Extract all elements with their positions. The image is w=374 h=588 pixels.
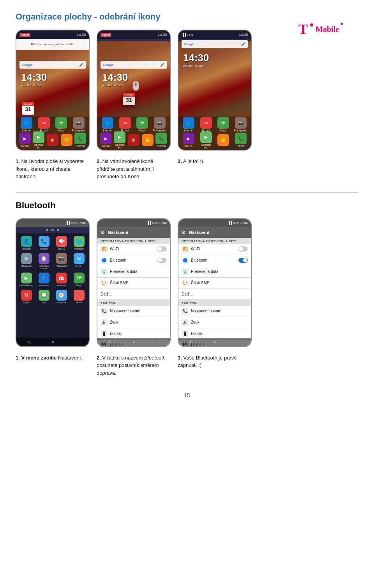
dock-2-trash: 🗑 [127, 134, 140, 146]
dock3-icon-smiley: 🙂 [217, 134, 229, 146]
google-search-1: Google 🎤 [19, 61, 86, 69]
bt-phone-2: ▐▐ 50% 14:09 ⚙ Nastavení BEZDRÁTOVÁ PŘIP… [97, 218, 171, 347]
nav-back-1[interactable]: ◁ [27, 340, 30, 344]
bt-dot-3 [57, 229, 59, 231]
dock-2-photo: 📷 Fotoaparát [153, 117, 166, 132]
app-icon-zpravy: 💬 [56, 236, 67, 247]
app-icon-kalendar: 📅 [56, 273, 67, 283]
bt-status-3: ▐▐ 50% 14:09 [178, 219, 251, 227]
dock-2-internet: 🌐 Internet [101, 117, 114, 132]
bluetooth-label-2: Bluetooth [110, 258, 157, 262]
calls-label-3: Nastavení hovorů [191, 309, 248, 313]
dock-icon-internet: 🌐 [21, 117, 32, 129]
settings-sound-2[interactable]: 🔊 Zvuk [97, 317, 170, 328]
dock-icon-phone: 📞 [74, 133, 86, 144]
app-nastaveni: ⚙ Nastavení [18, 252, 35, 271]
dock-label-maps: Mapy [58, 129, 65, 132]
bluetooth-toggle-3[interactable] [238, 258, 248, 263]
bt-bottom-nav-3: ◁ ○ □ [178, 338, 251, 346]
settings-header-title-3: Nastavení [189, 230, 209, 235]
dock2-label-shop: Obchod Pl. [113, 143, 126, 149]
display-icon-3: 📱 [182, 330, 189, 337]
dock2-icon-email: ✉ [119, 117, 131, 129]
bt-header-2: ⚙ Nastavení [97, 227, 170, 238]
mic-icon-2: 🎤 [160, 63, 164, 67]
dock3-icon-shop: ▶ [200, 131, 212, 143]
share-banner: Přetažením sem položku sdílíte [16, 39, 89, 50]
bt-bottom-nav-2: ◁ ○ □ [97, 338, 170, 346]
data-icon-3: 📡 [182, 268, 189, 275]
settings-calls-2[interactable]: 📞 Nastavení hovorů [97, 306, 170, 317]
dock3-icon-photo: 📷 [235, 117, 247, 129]
phone-dock-3: 🌐 Internet ✉ E-mail 🗺 Mapy 📷 [178, 117, 251, 150]
time-display-3: 14:30 pondělí, 9. září [183, 52, 209, 67]
cal-number-1: 31 [25, 106, 31, 112]
nav-back-2[interactable]: ◁ [108, 340, 111, 344]
dock-row-1a: 🌐 Internet ✉ E-mail 🗺 Mapy 📷 [16, 117, 89, 132]
dock-phone: 📞 Telefon [74, 133, 87, 147]
app-obchod: ▶ Obchod Play [18, 271, 35, 288]
sound-icon-2: 🔊 [101, 319, 108, 326]
google-label-3: Google [184, 43, 195, 46]
bt-header-3: ⚙ Nastavení [178, 227, 251, 238]
app-label-email: E-mail [76, 265, 82, 267]
dock-2-email: ✉ E-mail [118, 117, 132, 132]
sms-label-2: Čítač SMS [110, 281, 167, 285]
nav-home-1[interactable]: ○ [52, 340, 54, 344]
bt-dots-row [16, 227, 89, 233]
time-display-1: 14:30 pondělí, 9. září [21, 71, 47, 87]
section-wireless-3: BEZDRÁTOVÁ PŘIPOJENÍ A SÍTĚ [178, 238, 251, 244]
nav-home-3[interactable]: ○ [214, 340, 216, 344]
dock-icon-smiley: 🙂 [61, 134, 72, 146]
settings-wifi-2[interactable]: 📶 Wi-Fi [97, 244, 170, 255]
bt-desc-1: 1. V menu zvolíte Nastavení. [16, 354, 90, 377]
desc-1: 1. Na úvodní ploše si vyberete ikonu, kt… [16, 158, 90, 181]
settings-sound-3[interactable]: 🔊 Zvuk [178, 317, 251, 328]
dock2-icon-maps: 🗺 [136, 117, 148, 129]
dock3-label-phone2: Telefon [236, 145, 245, 147]
dock-icon-maps: 🗺 [55, 117, 67, 129]
settings-sms-2[interactable]: 💬 Čítač SMS [97, 278, 170, 289]
bluetooth-toggle-2[interactable] [157, 258, 167, 263]
status-share-label: Sdílet [19, 33, 30, 37]
settings-gear-icon-2: ⚙ [101, 230, 105, 235]
app-label-talk: Talk [42, 301, 46, 304]
nav-back-3[interactable]: ◁ [189, 340, 192, 344]
settings-bluetooth-3[interactable]: 🔵 Bluetooth [178, 255, 251, 266]
display-label-3: Displej [191, 331, 248, 336]
bt-desc-text-bold-1: V menu zvolíte Nastavení. [21, 355, 82, 361]
bt-desc-2: 2. V řádku s názvem Bluetooth posunete p… [97, 354, 171, 377]
apps-grid: 👤 Kontakty 📞 Telefon 💬 Zprávy 🌐 Prohlíže… [16, 233, 89, 306]
settings-sms-3[interactable]: 💬 Čítač SMS [178, 278, 251, 289]
settings-more-3[interactable]: Další... [178, 289, 251, 300]
sound-icon-3: 🔊 [182, 319, 189, 326]
bt-desc-num-3: 3. [178, 355, 182, 361]
dock3-icon-phone2: 📞 [235, 133, 247, 144]
bluetooth-icon-3: 🔵 [182, 257, 189, 264]
nav-home-2[interactable]: ○ [133, 340, 135, 344]
wifi-toggle-3[interactable] [238, 246, 248, 251]
nav-menu-2[interactable]: □ [157, 340, 159, 344]
bt-descriptions-row: 1. V menu zvolíte Nastavení. 2. V řádku … [16, 354, 358, 377]
bt-desc-text-3: Vaše Bluetooth je právě zapnuté. :) [178, 355, 237, 368]
bt-desc-text-2: V řádku s názvem Bluetooth posunete posu… [97, 355, 166, 376]
settings-wifi-3[interactable]: 📶 Wi-Fi [178, 244, 251, 255]
nav-menu-3[interactable]: □ [238, 340, 240, 344]
bt-status-2: ▐▐ 50% 14:09 [97, 219, 170, 227]
phone-dock-1: 🌐 Internet ✉ E-mail 🗺 Mapy 📷 [16, 117, 89, 150]
wifi-toggle-2[interactable] [157, 246, 167, 251]
settings-data-3[interactable]: 📡 Přenesená data [178, 266, 251, 278]
status-bar-2: Sdílet 14:30 [97, 30, 170, 39]
settings-more-2[interactable]: Další... [97, 289, 170, 300]
bt-phone-1: ▐▐ 50% 14:09 👤 Kontakty 📞 Tel [16, 218, 90, 347]
wifi-label-2: Wi-Fi [110, 247, 157, 251]
settings-data-2[interactable]: 📡 Přenesená data [97, 266, 170, 278]
settings-bluetooth-2[interactable]: 🔵 Bluetooth [97, 255, 170, 266]
nav-menu-1[interactable]: □ [76, 340, 78, 344]
app-kalendar: 📅 Kalendář [53, 271, 70, 288]
settings-calls-3[interactable]: 📞 Nastavení hovorů [178, 306, 251, 317]
display-icon-2: 📱 [101, 330, 108, 337]
dock-icon-shop: ▶ [33, 131, 44, 143]
dock-label-shop: Obchod Pl. [32, 143, 45, 149]
section-bluetooth-title: Bluetooth [16, 200, 358, 211]
